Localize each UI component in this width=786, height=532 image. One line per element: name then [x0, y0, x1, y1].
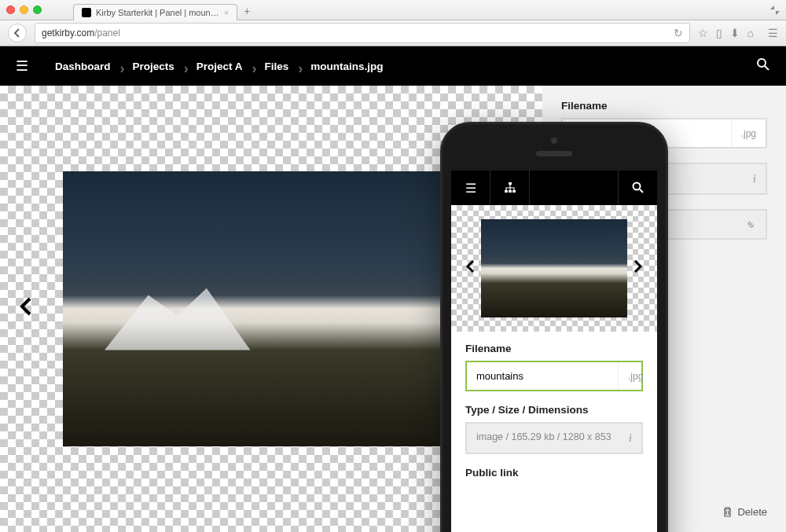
phone-meta-readonly: image / 165.29 kb / 1280 x 853 i [465, 422, 643, 454]
phone-preview-area [451, 205, 657, 332]
svg-rect-2 [509, 182, 512, 185]
panel-menu-button[interactable]: ☰ [16, 57, 28, 75]
file-preview-image [63, 171, 479, 446]
link-icon[interactable] [735, 211, 766, 238]
chevron-right-icon [634, 259, 643, 273]
sitemap-icon [504, 182, 516, 194]
browser-titlebar: Kirby Starterkit | Panel | moun… × + [0, 0, 786, 20]
phone-camera [551, 138, 557, 144]
info-icon[interactable]: i [629, 431, 632, 445]
url-path: /panel [94, 28, 120, 39]
url-host: getkirby.com [42, 28, 94, 39]
phone-next-button[interactable] [634, 259, 643, 277]
breadcrumb-item[interactable]: Files [254, 61, 300, 72]
minimize-window-button[interactable] [20, 6, 28, 14]
menu-icon[interactable]: ☰ [768, 27, 778, 39]
download-icon[interactable]: ⬇ [730, 27, 740, 39]
chevron-left-icon [13, 28, 22, 38]
toolbar-icons: ☆ ▯ ⬇ ⌂ ☰ [698, 27, 778, 39]
browser-toolbar: getkirby.com/panel ↻ ☆ ▯ ⬇ ⌂ ☰ [0, 20, 786, 46]
prev-file-button[interactable] [12, 288, 40, 329]
phone-form: Filename .jpg Type / Size / Dimensions i… [451, 332, 657, 496]
breadcrumb-item[interactable]: Projects [122, 61, 185, 72]
home-icon[interactable]: ⌂ [747, 27, 754, 39]
phone-mockup: ☰ Filename .jpg [440, 122, 668, 532]
panel-header: ☰ Dashboard Projects Project A Files mou… [0, 46, 786, 86]
breadcrumb-item[interactable]: Project A [185, 61, 254, 72]
phone-meta-label: Type / Size / Dimensions [465, 404, 643, 416]
browser-tab[interactable]: Kirby Starterkit | Panel | moun… × [73, 4, 237, 20]
filename-ext: .jpg [731, 119, 766, 147]
svg-line-7 [640, 189, 643, 193]
search-icon [632, 182, 645, 194]
phone-filename-ext: .jpg [618, 362, 652, 390]
back-button[interactable] [8, 24, 27, 42]
delete-label: Delete [737, 506, 767, 518]
phone-meta-field: Type / Size / Dimensions image / 165.29 … [465, 404, 643, 454]
main-content: Filename .jpg i Delete [0, 86, 786, 532]
phone-preview-image [481, 219, 627, 317]
close-window-button[interactable] [6, 6, 15, 14]
fullscreen-icon[interactable] [770, 6, 780, 15]
phone-menu-button[interactable]: ☰ [451, 171, 490, 205]
titlebar-right [770, 6, 780, 15]
svg-rect-3 [505, 190, 508, 193]
svg-line-1 [765, 66, 769, 70]
tab-bar: Kirby Starterkit | Panel | moun… × + [73, 0, 256, 20]
zoom-window-button[interactable] [33, 6, 42, 14]
svg-rect-4 [509, 190, 512, 193]
phone-meta-value: image / 165.29 kb / 1280 x 853 [476, 431, 612, 445]
phone-filename-input-group: .jpg [465, 361, 643, 391]
info-icon[interactable]: i [743, 164, 766, 193]
breadcrumb-item[interactable]: mountains.jpg [299, 61, 394, 72]
breadcrumb-item[interactable]: Dashboard [44, 61, 122, 72]
phone-filename-field: Filename .jpg [465, 343, 643, 391]
window-controls [6, 6, 42, 14]
phone-link-field: Public link [465, 467, 643, 485]
breadcrumb: Dashboard Projects Project A Files mount… [44, 61, 740, 72]
svg-rect-5 [512, 190, 516, 193]
search-button[interactable] [756, 57, 770, 75]
phone-filename-label: Filename [465, 343, 643, 354]
phone-prev-button[interactable] [465, 259, 475, 277]
star-icon[interactable]: ☆ [698, 27, 708, 39]
phone-search-button[interactable] [618, 171, 657, 205]
delete-button[interactable]: Delete [722, 506, 767, 518]
tab-close-icon[interactable]: × [224, 8, 229, 17]
phone-speaker [536, 151, 572, 156]
phone-filename-input[interactable] [467, 362, 618, 390]
reload-icon[interactable]: ↻ [674, 27, 683, 39]
clipboard-icon[interactable]: ▯ [716, 27, 722, 39]
filename-label: Filename [561, 100, 767, 112]
phone-sitemap-button[interactable] [490, 171, 530, 205]
search-icon [756, 57, 770, 72]
svg-point-6 [633, 183, 640, 190]
trash-icon [722, 507, 733, 517]
tab-title: Kirby Starterkit | Panel | moun… [96, 8, 219, 17]
address-bar[interactable]: getkirby.com/panel ↻ [35, 23, 690, 43]
phone-screen: ☰ Filename .jpg [451, 171, 657, 532]
chevron-left-icon [465, 259, 475, 273]
favicon [82, 8, 91, 17]
chevron-left-icon [20, 297, 32, 316]
svg-point-0 [758, 59, 766, 67]
phone-panel-header: ☰ [451, 171, 657, 205]
new-tab-button[interactable]: + [237, 2, 256, 20]
phone-link-label: Public link [465, 467, 643, 479]
